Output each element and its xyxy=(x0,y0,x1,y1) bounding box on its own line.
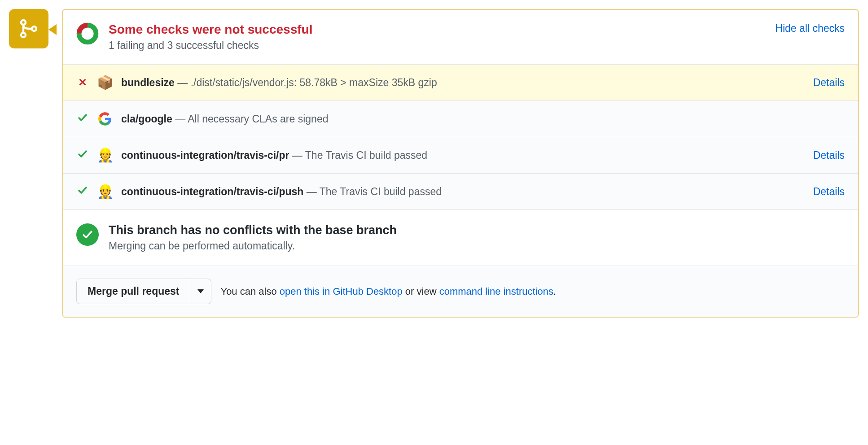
checks-status-subtitle: 1 failing and 3 successful checks xyxy=(109,39,765,52)
check-name: bundlesize xyxy=(121,77,175,88)
check-row: cla/google — All necessary CLAs are sign… xyxy=(63,100,858,137)
merge-pull-request-button[interactable]: Merge pull request xyxy=(76,279,190,304)
merge-footer: Merge pull request You can also open thi… xyxy=(63,266,858,317)
check-text: cla/google — All necessary CLAs are sign… xyxy=(121,113,845,125)
check-description: The Travis CI build passed xyxy=(305,149,427,161)
check-details-link[interactable]: Details xyxy=(813,186,845,198)
conflicts-title: This branch has no conflicts with the ba… xyxy=(109,223,397,237)
open-desktop-link[interactable]: open this in GitHub Desktop xyxy=(280,286,403,297)
conflicts-subtitle: Merging can be performed automatically. xyxy=(109,240,397,252)
check-icon xyxy=(76,148,89,162)
chevron-down-icon xyxy=(197,289,204,293)
svg-point-4 xyxy=(79,25,96,42)
command-line-link[interactable]: command line instructions xyxy=(439,286,553,297)
check-row: ✕📦bundlesize — ./dist/static/js/vendor.j… xyxy=(63,65,858,100)
check-text: continuous-integration/travis-ci/pr — Th… xyxy=(121,149,805,161)
merge-footer-text: You can also open this in GitHub Desktop… xyxy=(220,286,556,297)
toggle-checks-link[interactable]: Hide all checks xyxy=(775,22,845,35)
check-name: continuous-integration/travis-ci/pr xyxy=(121,149,289,161)
merge-panel: Some checks were not successful 1 failin… xyxy=(62,9,859,318)
x-icon: ✕ xyxy=(76,76,89,89)
check-name: cla/google xyxy=(121,113,172,125)
svg-point-1 xyxy=(21,33,26,37)
status-donut-icon xyxy=(76,22,99,45)
check-avatar xyxy=(97,111,113,127)
check-description: The Travis CI build passed xyxy=(320,186,442,197)
success-check-icon xyxy=(76,223,99,246)
check-text: continuous-integration/travis-ci/push — … xyxy=(121,186,805,198)
check-icon xyxy=(76,112,89,126)
check-name: continuous-integration/travis-ci/push xyxy=(121,186,303,197)
merge-options-dropdown[interactable] xyxy=(190,279,211,304)
merge-button-group: Merge pull request xyxy=(76,279,211,304)
google-logo-icon xyxy=(98,112,112,126)
travis-icon: 👷 xyxy=(97,148,114,162)
conflicts-summary: This branch has no conflicts with the ba… xyxy=(63,210,858,266)
check-row: 👷continuous-integration/travis-ci/push —… xyxy=(63,173,858,209)
check-row: 👷continuous-integration/travis-ci/pr — T… xyxy=(63,137,858,173)
svg-point-2 xyxy=(32,26,36,31)
check-details-link[interactable]: Details xyxy=(813,77,845,89)
merge-status-badge xyxy=(9,9,48,48)
check-avatar: 👷 xyxy=(97,183,113,200)
check-text: bundlesize — ./dist/static/js/vendor.js:… xyxy=(121,77,805,89)
package-icon: 📦 xyxy=(97,76,114,89)
merge-icon xyxy=(18,18,39,39)
checks-status-title: Some checks were not successful xyxy=(109,22,765,37)
check-icon xyxy=(76,185,89,198)
checks-list: ✕📦bundlesize — ./dist/static/js/vendor.j… xyxy=(63,65,858,210)
travis-icon: 👷 xyxy=(97,185,114,198)
svg-point-0 xyxy=(21,20,26,25)
check-description: ./dist/static/js/vendor.js: 58.78kB > ma… xyxy=(191,77,437,88)
check-avatar: 📦 xyxy=(97,74,113,91)
checks-summary: Some checks were not successful 1 failin… xyxy=(63,10,858,65)
check-details-link[interactable]: Details xyxy=(813,149,845,161)
check-description: All necessary CLAs are signed xyxy=(188,113,328,125)
check-avatar: 👷 xyxy=(97,147,113,163)
